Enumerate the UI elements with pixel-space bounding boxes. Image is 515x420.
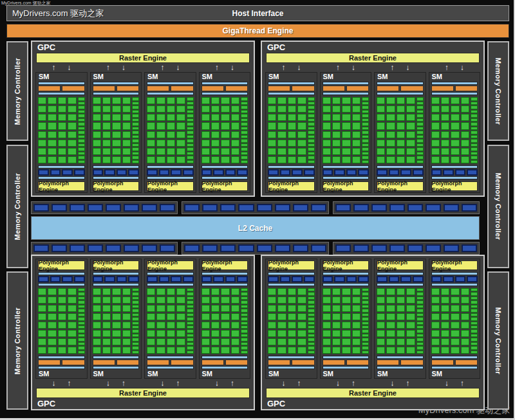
register-strip	[268, 272, 315, 275]
core-cell	[167, 313, 175, 320]
ldst-cell	[78, 325, 85, 329]
memory-controller-left-3: Memory Controller	[6, 271, 28, 410]
core-cell	[288, 330, 296, 337]
scheduler-row	[147, 86, 194, 91]
ldst-cell	[417, 131, 424, 134]
ldst-cell	[417, 160, 424, 164]
core-cell	[297, 330, 306, 337]
core-cell	[112, 114, 120, 121]
core-cell	[377, 140, 385, 147]
polymorph-engine-label: Polymorph Engine	[377, 180, 423, 193]
sfu-segment	[93, 276, 104, 282]
sfu-segment	[443, 276, 454, 282]
sfu-segment	[377, 276, 388, 282]
core-cell	[461, 347, 469, 354]
ldst-cell	[308, 300, 315, 304]
core-cell	[48, 297, 56, 304]
memory-controller-label: Memory Controller	[14, 307, 21, 374]
ldst-cell	[362, 127, 369, 131]
ldst-cell	[187, 322, 194, 325]
core-cell	[377, 330, 385, 337]
down-arrow-icon: ↓	[281, 379, 285, 387]
down-arrow-icon: ↓	[460, 64, 464, 71]
sfu-segment	[62, 169, 73, 176]
sfu-segment	[292, 169, 303, 176]
core-cell	[68, 131, 76, 138]
cache-strip	[201, 165, 248, 169]
crossbar-segment	[371, 204, 387, 212]
sm-block-3: SMPolymorph Engine	[144, 72, 196, 193]
core-cell	[221, 105, 229, 113]
ldst-cell	[417, 325, 424, 329]
core-cell	[431, 288, 440, 295]
core-cell	[397, 322, 405, 329]
crossbar-segment	[371, 244, 387, 252]
core-cell	[231, 288, 239, 295]
cache-strip	[147, 283, 194, 286]
core-cell	[48, 322, 56, 329]
core-cell	[451, 322, 459, 329]
scheduler-segment	[323, 360, 345, 365]
scheduler-segment	[323, 86, 345, 91]
sfu-row	[147, 276, 194, 282]
scheduler-row	[268, 86, 315, 91]
down-arrow-icon: ↓	[215, 379, 219, 387]
core-cell	[122, 140, 131, 147]
core-cell	[332, 122, 341, 129]
ldst-cell	[241, 309, 248, 312]
ldst-cell	[417, 105, 424, 109]
ldst-cell	[241, 97, 248, 101]
crossbar-segment	[426, 244, 441, 252]
ldst-cell	[417, 297, 424, 300]
ldst-cell	[187, 122, 194, 126]
ldst-cell	[471, 160, 478, 164]
arrow-pair: ↑↓	[144, 63, 196, 72]
core-cell	[201, 156, 210, 163]
up-arrow-icon: ↑	[215, 64, 219, 71]
core-cell	[386, 97, 395, 104]
scheduler-segment	[377, 86, 399, 91]
core-cell	[268, 131, 276, 138]
ldst-cell	[132, 313, 139, 316]
polymorph-engine-label: Polymorph Engine	[39, 180, 84, 193]
cache-strip	[377, 356, 424, 359]
core-cell	[386, 330, 395, 337]
core-cell	[167, 122, 175, 129]
core-cell	[277, 330, 286, 337]
arrow-pair: ↑↓	[429, 63, 481, 72]
core-cell	[352, 97, 360, 104]
scheduler-segment	[431, 86, 454, 91]
ldst-cell	[362, 147, 369, 151]
core-cell	[352, 148, 360, 155]
ldst-cell	[78, 110, 85, 114]
ldst-cell	[308, 110, 315, 114]
core-cell	[397, 97, 405, 104]
core-cell	[323, 347, 331, 354]
core-cell	[221, 322, 229, 329]
core-cell	[156, 338, 165, 345]
scheduler-segment	[377, 360, 399, 365]
ldst-cell	[241, 338, 248, 341]
sm-block-4: SMPolymorph Engine	[199, 72, 251, 193]
scheduler-segment	[147, 360, 169, 365]
polymorph-engine: Polymorph Engine	[93, 181, 140, 191]
core-cell	[397, 122, 405, 129]
core-cell	[231, 131, 239, 138]
register-strip	[38, 366, 85, 369]
sfu-segment	[237, 276, 248, 282]
crossbar-segment	[257, 244, 272, 252]
core-cell	[38, 105, 46, 113]
core-cell	[431, 148, 440, 155]
cache-strip	[201, 356, 248, 359]
up-arrow-icon: ↑	[351, 379, 355, 387]
ldst-cell	[417, 292, 424, 295]
ldst-column	[362, 97, 369, 163]
up-arrow-icon: ↑	[122, 379, 126, 387]
core-cell	[386, 114, 395, 121]
core-cell	[441, 131, 449, 138]
core-cell	[201, 105, 210, 113]
arrow-pair: ↑↓	[199, 63, 251, 72]
ldst-cell	[78, 147, 85, 151]
core-cell	[58, 297, 66, 304]
ldst-cell	[132, 139, 139, 143]
